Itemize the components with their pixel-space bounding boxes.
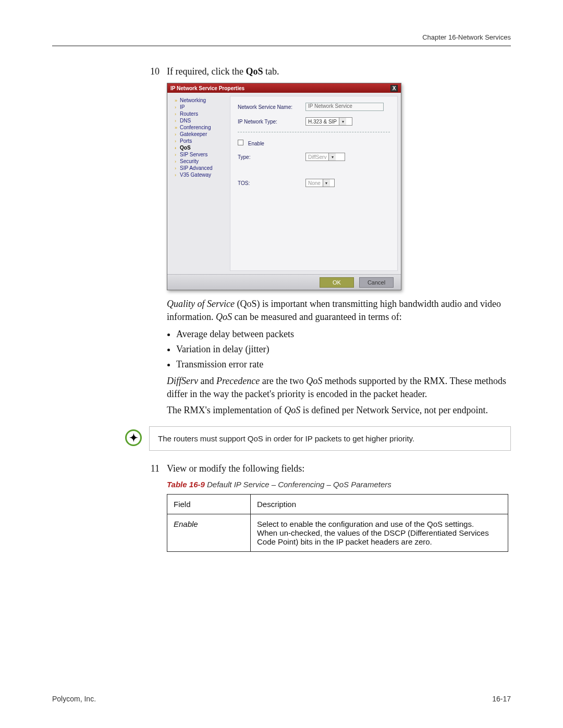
label-tos: TOS: <box>238 180 305 186</box>
chevron-down-icon: ▾ <box>323 179 330 187</box>
para1-post: can be measured and guaranteed in terms … <box>232 312 402 322</box>
checkbox-enable-wrap[interactable]: Enable <box>238 140 305 146</box>
note-block: ✦ The routers must support QoS in order … <box>125 426 511 451</box>
list-item: Average delay between packets <box>176 327 511 342</box>
chevron-icon: » <box>175 125 180 130</box>
select-ip-network-type-value: H.323 & SIP <box>308 119 337 125</box>
nav-item-gatekeeper[interactable]: ›Gatekeeper <box>169 131 228 138</box>
checkbox-enable[interactable] <box>238 140 243 145</box>
nav-item-label: Routers <box>180 111 198 117</box>
bullet-list: Average delay between packetsVariation i… <box>176 327 511 372</box>
page-footer: Polycom, Inc. 16-17 <box>52 695 511 703</box>
step-10: 10 If required, click the QoS tab. <box>145 65 511 78</box>
nav-item-dns[interactable]: ›DNS <box>169 117 228 124</box>
chevron-icon: › <box>175 172 180 178</box>
list-item: Transmission error rate <box>176 357 511 372</box>
table-title: Default IP Service – Conferencing – QoS … <box>205 480 391 489</box>
paragraph-methods: DiffServ and Precedence are the two QoS … <box>167 375 511 401</box>
para3-pre: The RMX's implementation of <box>167 405 284 415</box>
nav-item-ip[interactable]: ›IP <box>169 104 228 110</box>
th-description: Description <box>251 495 508 514</box>
step10-pre: If required, click the <box>167 66 246 77</box>
paragraph-per-service: The RMX's implementation of QoS is defin… <box>167 404 511 417</box>
select-type-value: DiffServ <box>308 154 326 160</box>
footer-left: Polycom, Inc. <box>52 695 96 703</box>
dialog-body: »Networking›IP›Routers›DNS»Conferencing›… <box>167 93 401 274</box>
dialog-main-panel: Network Service Name: IP Network Service… <box>230 96 398 271</box>
para2-i1: DiffServ <box>167 376 198 386</box>
chevron-icon: › <box>175 118 180 124</box>
nav-item-label: Security <box>180 158 199 164</box>
step10-bold: QoS <box>246 66 263 77</box>
chevron-icon: » <box>175 98 180 103</box>
note-text: The routers must support QoS in order fo… <box>149 426 511 451</box>
dialog-nav: »Networking›IP›Routers›DNS»Conferencing›… <box>167 93 230 274</box>
chevron-icon: › <box>175 152 180 157</box>
nav-item-label: Networking <box>180 97 206 103</box>
para1-i1: Quality of Service <box>167 299 235 309</box>
nav-item-routers[interactable]: ›Routers <box>169 110 228 117</box>
chevron-icon: › <box>175 112 180 117</box>
input-network-service-name[interactable]: IP Network Service <box>305 103 384 111</box>
nav-item-qos[interactable]: ›QoS <box>169 144 228 151</box>
chevron-down-icon: ▾ <box>328 153 336 161</box>
step-text: If required, click the QoS tab. <box>167 65 511 78</box>
nav-item-v35-gateway[interactable]: ›V35 Gateway <box>169 171 228 178</box>
step10-post: tab. <box>263 66 279 77</box>
close-icon[interactable]: X <box>390 85 398 92</box>
para3-i: QoS <box>284 405 300 415</box>
chevron-icon: › <box>175 139 180 144</box>
nav-item-label: Conferencing <box>180 125 211 130</box>
para2-m2: are the two <box>260 376 306 386</box>
nav-item-label: QoS <box>180 145 191 151</box>
td-field: Enable <box>167 514 251 552</box>
nav-item-conferencing[interactable]: »Conferencing <box>169 124 228 131</box>
chevron-icon: › <box>175 105 180 110</box>
ok-button[interactable]: OK <box>320 277 354 288</box>
th-field: Field <box>167 495 251 514</box>
nav-item-label: IP <box>180 104 185 110</box>
table-row: EnableSelect to enable the configuration… <box>167 514 508 552</box>
chevron-down-icon: ▾ <box>339 118 346 125</box>
nav-item-label: SIP Servers <box>180 152 207 157</box>
chapter-header: Chapter 16-Network Services <box>52 33 511 41</box>
dialog-title-text: IP Network Service Properties <box>170 85 244 91</box>
table-qos-parameters: Field Description EnableSelect to enable… <box>167 494 508 552</box>
list-item: Variation in delay (jitter) <box>176 342 511 357</box>
nav-item-sip-servers[interactable]: ›SIP Servers <box>169 151 228 158</box>
step-11: 11 View or modify the following fields: <box>145 462 511 475</box>
label-network-service-name: Network Service Name: <box>238 104 305 110</box>
para2-i3: QoS <box>306 376 322 386</box>
label-enable: Enable <box>248 141 264 146</box>
select-type[interactable]: DiffServ ▾ <box>305 153 345 161</box>
nav-item-label: Gatekeeper <box>180 131 207 137</box>
step-number: 10 <box>145 65 160 78</box>
chevron-icon: › <box>175 132 180 137</box>
para2-m1: and <box>198 376 216 386</box>
table-caption: Table 16-9 Default IP Service – Conferen… <box>167 480 511 489</box>
nav-item-ports[interactable]: ›Ports <box>169 138 228 144</box>
nav-item-sip-advanced[interactable]: ›SIP Advanced <box>169 165 228 171</box>
table-number: Table 16-9 <box>167 480 205 489</box>
dialog-separator <box>238 132 390 132</box>
header-rule <box>52 45 511 46</box>
nav-item-networking[interactable]: »Networking <box>169 97 228 104</box>
nav-item-label: V35 Gateway <box>180 172 211 178</box>
paragraph-qos-intro: Quality of Service (QoS) is important wh… <box>167 298 511 324</box>
step-number: 11 <box>145 462 160 475</box>
para3-post: is defined per Network Service, not per … <box>300 405 488 415</box>
select-tos[interactable]: None ▾ <box>305 179 335 187</box>
select-ip-network-type[interactable]: H.323 & SIP ▾ <box>305 117 352 126</box>
label-ip-network-type: IP Network Type: <box>238 119 305 125</box>
cancel-button[interactable]: Cancel <box>359 277 394 288</box>
chevron-icon: › <box>175 145 180 151</box>
label-type: Type: <box>238 154 305 160</box>
footer-right: 16-17 <box>492 695 511 703</box>
para2-i2: Precedence <box>216 376 260 386</box>
note-icon: ✦ <box>125 429 142 446</box>
dialog-titlebar: IP Network Service Properties X <box>167 83 401 93</box>
nav-item-security[interactable]: ›Security <box>169 158 228 165</box>
select-tos-value: None <box>308 180 321 186</box>
nav-item-label: Ports <box>180 138 192 144</box>
nav-item-label: SIP Advanced <box>180 165 213 171</box>
